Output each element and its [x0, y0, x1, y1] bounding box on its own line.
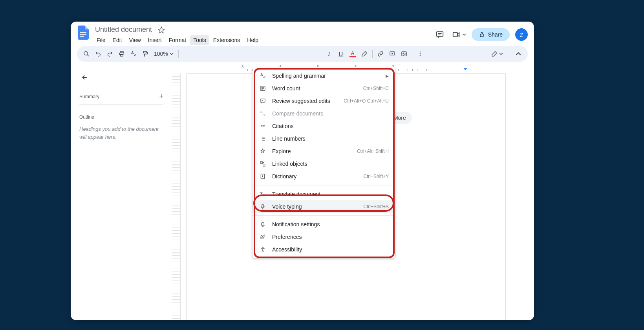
- menu-item-voice-typing[interactable]: Voice typingCtrl+Shift+S: [252, 200, 395, 213]
- titlebar: Untitled document FileEditViewInsertForm…: [71, 22, 534, 46]
- svg-rect-35: [260, 161, 262, 163]
- share-button[interactable]: Share: [472, 28, 510, 41]
- collapse-toolbar-icon[interactable]: [513, 48, 524, 59]
- menu-item-line-numbers[interactable]: Line numbers: [252, 132, 395, 145]
- ruler-number: 3: [242, 65, 244, 69]
- menu-item-label: Accessibility: [272, 246, 389, 253]
- highlight-icon[interactable]: [359, 48, 370, 59]
- doc-title[interactable]: Untitled document: [93, 25, 154, 35]
- menu-file[interactable]: File: [93, 35, 109, 45]
- menu-item-label: Voice typing: [272, 204, 363, 210]
- editing-mode-icon[interactable]: [491, 48, 503, 59]
- spell-icon: [259, 73, 267, 79]
- menu-item-preferences[interactable]: Preferences: [252, 231, 395, 243]
- svg-rect-1: [80, 34, 86, 35]
- menu-item-label: Review suggested edits: [272, 98, 344, 104]
- menu-help[interactable]: Help: [244, 35, 262, 45]
- separator: [321, 50, 321, 58]
- spellcheck-icon[interactable]: [128, 48, 139, 59]
- star-icon[interactable]: [157, 25, 166, 35]
- access-icon: [259, 246, 267, 253]
- svg-point-21: [420, 55, 421, 56]
- svg-point-19: [420, 51, 421, 52]
- underline-icon[interactable]: U: [335, 48, 346, 59]
- right-indent-icon[interactable]: [463, 68, 467, 70]
- undo-icon[interactable]: [93, 48, 104, 59]
- vertical-ruler[interactable]: [172, 73, 181, 320]
- menu-item-spelling-and-grammar[interactable]: Spelling and grammar▶: [252, 70, 395, 82]
- menu-item-linked-objects[interactable]: Linked objects: [252, 158, 395, 170]
- translate-icon: [259, 191, 267, 197]
- count-icon: [259, 85, 267, 92]
- italic-icon[interactable]: I: [324, 48, 335, 59]
- menu-insert[interactable]: Insert: [145, 35, 165, 45]
- svg-point-40: [264, 235, 265, 236]
- menu-shortcut: Ctrl+Shift+Y: [363, 174, 389, 179]
- menu-item-translate-document[interactable]: Translate document: [252, 188, 395, 200]
- svg-line-9: [87, 55, 89, 56]
- print-icon[interactable]: [116, 48, 127, 59]
- menu-item-label: Citations: [272, 123, 389, 129]
- menu-item-label: Linked objects: [272, 161, 389, 167]
- review-icon: [259, 98, 267, 104]
- menu-item-label: Preferences: [272, 234, 389, 240]
- menu-item-compare-documents: Compare documents: [252, 107, 395, 120]
- separator: [178, 50, 179, 58]
- svg-rect-38: [262, 204, 263, 207]
- menu-item-dictionary[interactable]: DictionaryCtrl+Shift+Y: [252, 170, 395, 183]
- outline-panel: Summary + Outline Headings you add to th…: [71, 64, 172, 320]
- menu-format[interactable]: Format: [166, 35, 189, 45]
- menu-shortcut: Ctrl+Shift+S: [363, 204, 389, 209]
- svg-point-41: [262, 247, 263, 248]
- menu-item-notification-settings[interactable]: Notification settings: [252, 218, 395, 231]
- lines-icon: [259, 136, 267, 142]
- menu-item-label: Dictionary: [272, 173, 363, 180]
- menu-item-accessibility[interactable]: Accessibility: [252, 243, 395, 256]
- outline-label: Outline: [79, 114, 163, 120]
- svg-rect-3: [436, 32, 443, 37]
- svg-point-18: [402, 53, 404, 54]
- docs-logo-icon[interactable]: [76, 26, 90, 40]
- meet-button[interactable]: [452, 30, 466, 39]
- paint-format-icon[interactable]: [140, 48, 151, 59]
- menu-item-word-count[interactable]: Word countCtrl+Shift+C: [252, 82, 395, 95]
- toolbar: 100% I U A: [77, 46, 528, 62]
- zoom-select[interactable]: 100%: [152, 51, 176, 57]
- menu-edit[interactable]: Edit: [110, 35, 125, 45]
- redo-icon[interactable]: [104, 48, 115, 59]
- svg-point-20: [420, 53, 421, 54]
- back-icon[interactable]: [79, 72, 90, 83]
- insert-link-icon[interactable]: [375, 48, 386, 59]
- linked-icon: [259, 161, 267, 167]
- svg-rect-0: [80, 32, 86, 33]
- explore-icon: [259, 148, 267, 154]
- search-icon[interactable]: [81, 48, 92, 59]
- menu-shortcut: Ctrl+Shift+C: [363, 86, 389, 91]
- app-window: Untitled document FileEditViewInsertForm…: [71, 22, 534, 320]
- menu-item-label: Spelling and grammar: [272, 73, 382, 79]
- avatar[interactable]: Z: [515, 28, 528, 41]
- menu-item-review-suggested-edits[interactable]: Review suggested editsCtrl+Alt+O Ctrl+Al…: [252, 95, 395, 107]
- svg-rect-2: [80, 36, 84, 37]
- add-comment-icon[interactable]: [387, 48, 398, 59]
- outline-hint: Headings you add to the document will ap…: [79, 125, 163, 141]
- menu-item-explore[interactable]: ExploreCtrl+Alt+Shift+I: [252, 145, 395, 158]
- svg-point-8: [84, 51, 88, 55]
- menubar: FileEditViewInsertFormatToolsExtensionsH…: [93, 35, 433, 45]
- menu-tools[interactable]: Tools: [190, 35, 209, 45]
- mic-icon: [259, 204, 267, 210]
- menu-item-citations[interactable]: Citations: [252, 120, 395, 132]
- text-color-icon[interactable]: A: [347, 48, 358, 59]
- menu-item-label: Notification settings: [272, 221, 389, 227]
- comments-icon[interactable]: [433, 28, 446, 41]
- svg-rect-6: [453, 33, 457, 37]
- menu-separator: [252, 185, 395, 185]
- summary-label: Summary: [79, 94, 99, 99]
- menu-shortcut: Ctrl+Alt+O Ctrl+Alt+U: [344, 98, 389, 104]
- menu-item-label: Word count: [272, 85, 363, 92]
- more-toolbar-icon[interactable]: [415, 48, 426, 59]
- add-summary-icon[interactable]: +: [159, 92, 163, 101]
- insert-image-icon[interactable]: [399, 48, 410, 59]
- menu-view[interactable]: View: [126, 35, 144, 45]
- menu-extensions[interactable]: Extensions: [210, 35, 243, 45]
